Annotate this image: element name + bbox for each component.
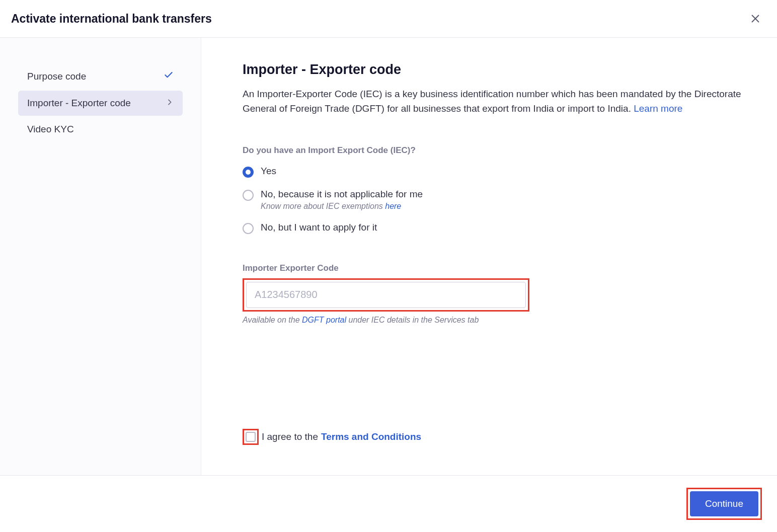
page-title: Importer - Exporter code <box>243 62 747 78</box>
radio-label: No, but I want to apply for it <box>261 222 377 233</box>
chevron-right-icon <box>166 98 174 109</box>
terms-link[interactable]: Terms and Conditions <box>321 431 421 442</box>
radio-sublabel: Know more about IEC exemptions here <box>261 202 423 211</box>
sidebar-item-label: Importer - Exporter code <box>27 98 131 109</box>
radio-option-no-apply[interactable]: No, but I want to apply for it <box>243 222 747 234</box>
sublabel-text: Know more about IEC exemptions <box>261 202 385 210</box>
help-suffix: under IEC details in the Services tab <box>346 316 479 324</box>
learn-more-link[interactable]: Learn more <box>634 103 682 114</box>
page-description: An Importer-Exporter Code (IEC) is a key… <box>243 87 746 116</box>
sidebar-item-label: Purpose code <box>27 71 86 82</box>
exemptions-here-link[interactable]: here <box>385 202 401 210</box>
continue-button[interactable]: Continue <box>690 491 758 516</box>
close-icon <box>750 13 761 24</box>
checkbox-highlight <box>243 429 259 445</box>
iec-field-section: Importer Exporter Code Available on the … <box>243 263 747 325</box>
radio-option-no-not-applicable[interactable]: No, because it is not applicable for me … <box>243 189 747 211</box>
radio-icon <box>243 190 254 201</box>
iec-question-section: Do you have an Import Export Code (IEC)?… <box>243 145 747 234</box>
question-label: Do you have an Import Export Code (IEC)? <box>243 145 747 156</box>
radio-group: Yes No, because it is not applicable for… <box>243 166 747 234</box>
check-icon <box>164 70 174 83</box>
radio-label: No, because it is not applicable for me <box>261 189 423 200</box>
close-button[interactable] <box>748 11 763 26</box>
sidebar: Purpose code Importer - Exporter code Vi… <box>0 38 201 475</box>
sidebar-item-label: Video KYC <box>27 124 74 135</box>
radio-label: Yes <box>261 166 276 177</box>
agree-checkbox[interactable] <box>246 432 256 442</box>
help-prefix: Available on the <box>243 316 302 324</box>
field-help: Available on the DGFT portal under IEC d… <box>243 316 747 325</box>
sidebar-item-video-kyc[interactable]: Video KYC <box>18 117 183 142</box>
field-label: Importer Exporter Code <box>243 263 747 273</box>
modal-header: Activate international bank transfers <box>0 0 777 38</box>
input-highlight <box>243 278 529 312</box>
radio-icon <box>243 167 254 178</box>
agree-terms-row: I agree to the Terms and Conditions <box>243 409 747 455</box>
sidebar-item-purpose-code[interactable]: Purpose code <box>18 63 183 90</box>
main-content: Importer - Exporter code An Importer-Exp… <box>201 38 777 475</box>
radio-icon <box>243 223 254 234</box>
modal-title: Activate international bank transfers <box>11 12 212 26</box>
sidebar-item-importer-exporter-code[interactable]: Importer - Exporter code <box>18 91 183 116</box>
iec-input[interactable] <box>246 282 526 308</box>
continue-highlight: Continue <box>686 488 762 520</box>
modal-body: Purpose code Importer - Exporter code Vi… <box>0 38 777 475</box>
radio-option-yes[interactable]: Yes <box>243 166 747 178</box>
agree-text: I agree to the <box>262 431 318 442</box>
modal-container: Activate international bank transfers Pu… <box>0 0 777 532</box>
modal-footer: Continue <box>0 475 777 532</box>
dgft-portal-link[interactable]: DGFT portal <box>302 316 346 324</box>
